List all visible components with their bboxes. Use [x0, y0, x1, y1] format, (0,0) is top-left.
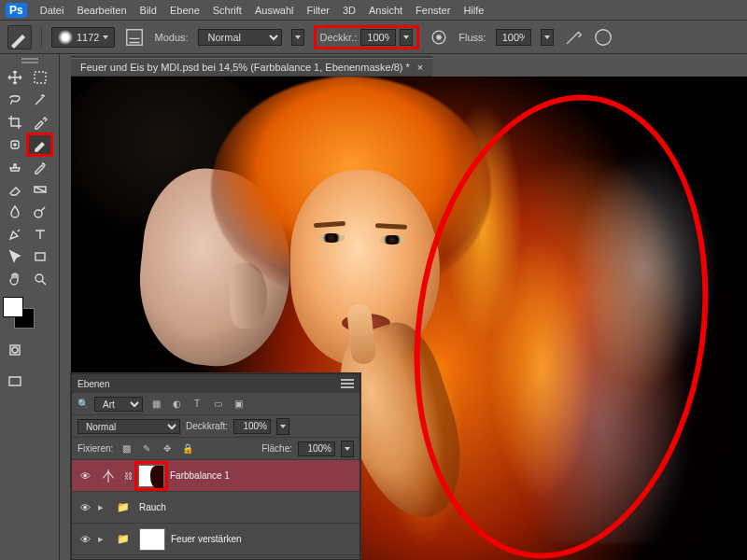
flow-dropdown[interactable]	[541, 29, 554, 46]
brush-size-value: 1172	[77, 32, 99, 43]
menu-3d[interactable]: 3D	[343, 5, 356, 16]
layer-row-farbbalance[interactable]: 👁 ⛓ Farbbalance 1	[72, 460, 359, 492]
flow-input[interactable]	[496, 29, 531, 46]
filter-adjust-icon[interactable]: ◐	[169, 397, 184, 412]
magic-wand-tool[interactable]	[28, 90, 51, 110]
document-tab-bar: Feuer und Eis by MDI.psd bei 14,5% (Farb…	[71, 56, 432, 77]
menu-file[interactable]: Datei	[40, 5, 64, 16]
lock-transparency-icon[interactable]: ▩	[119, 441, 134, 456]
folder-icon: 📁	[113, 497, 134, 518]
lock-all-icon[interactable]: 🔒	[180, 441, 195, 456]
layer-opacity-label: Deckkraft:	[186, 421, 228, 431]
filter-smart-icon[interactable]: ▣	[231, 397, 246, 412]
healing-brush-tool[interactable]	[3, 134, 26, 155]
layer-name: Feuer verstärken	[171, 534, 242, 544]
brush-tool[interactable]	[28, 134, 51, 155]
layer-mask-thumb[interactable]	[139, 528, 165, 551]
fill-label: Fläche:	[261, 443, 292, 454]
layer-mask-thumb[interactable]	[138, 465, 164, 487]
lock-paint-icon[interactable]: ✎	[139, 441, 154, 456]
disclosure-icon[interactable]: ▸	[98, 501, 107, 513]
layer-opacity-dropdown[interactable]	[276, 418, 289, 435]
folder-icon: 📁	[113, 529, 134, 550]
clone-stamp-tool[interactable]	[3, 157, 26, 177]
close-icon[interactable]: ×	[417, 62, 423, 73]
menu-window[interactable]: Fenster	[416, 5, 450, 16]
foreground-color-swatch[interactable]	[3, 297, 23, 317]
zoom-tool[interactable]	[28, 269, 51, 289]
svg-point-7	[35, 210, 42, 217]
dodge-tool[interactable]	[28, 202, 51, 222]
menu-layer[interactable]: Ebene	[170, 5, 200, 16]
menu-select[interactable]: Auswahl	[255, 5, 294, 16]
pen-tool[interactable]	[3, 224, 26, 245]
path-selection-tool[interactable]	[3, 246, 26, 267]
tools-panel	[0, 54, 60, 560]
eyedropper-tool[interactable]	[28, 112, 51, 133]
app-logo: Ps	[6, 3, 27, 18]
menu-image[interactable]: Bild	[140, 5, 157, 16]
hand-tool[interactable]	[3, 269, 26, 289]
blend-mode-select[interactable]: Normal	[198, 29, 282, 46]
pressure-size-icon[interactable]	[593, 27, 613, 48]
gradient-tool[interactable]	[28, 179, 51, 200]
lasso-tool[interactable]	[3, 90, 26, 110]
quick-mask-icon[interactable]	[3, 340, 26, 360]
opacity-label: Deckkr.:	[320, 32, 358, 43]
toolbar-grip-icon[interactable]	[21, 58, 38, 63]
mode-label: Modus:	[154, 32, 188, 43]
panel-menu-icon[interactable]	[341, 379, 354, 388]
document-tab[interactable]: Feuer und Eis by MDI.psd bei 14,5% (Farb…	[71, 58, 432, 76]
filter-type-icon[interactable]: T	[190, 397, 204, 412]
filter-pixel-icon[interactable]: ▦	[148, 397, 163, 412]
menu-help[interactable]: Hilfe	[463, 5, 484, 16]
menu-view[interactable]: Ansicht	[369, 5, 402, 16]
airbrush-icon[interactable]	[563, 27, 584, 48]
opacity-dropdown[interactable]	[400, 29, 413, 46]
layer-fill-dropdown[interactable]	[341, 441, 354, 457]
layer-name: Farbbalance 1	[170, 470, 230, 481]
pressure-opacity-icon[interactable]	[429, 27, 449, 48]
filter-kind-icon[interactable]: 🔍	[78, 399, 89, 409]
rectangle-tool[interactable]	[28, 246, 51, 267]
layer-blend-mode[interactable]: Normal	[78, 419, 180, 434]
move-tool[interactable]	[3, 67, 26, 88]
visibility-eye-icon[interactable]: 👁	[78, 502, 92, 513]
color-swatches[interactable]	[3, 297, 35, 329]
link-icon: ⛓	[124, 471, 133, 481]
brush-preset-picker[interactable]: 1172	[51, 27, 115, 48]
svg-rect-12	[9, 377, 21, 385]
svg-point-9	[35, 274, 43, 282]
blend-mode-step[interactable]	[291, 29, 304, 46]
brush-panel-toggle-icon[interactable]	[124, 27, 145, 48]
layer-name: Rauch	[139, 502, 166, 512]
visibility-eye-icon[interactable]: 👁	[78, 470, 92, 482]
svg-rect-4	[35, 72, 46, 83]
layers-panel-tab[interactable]: Ebenen	[78, 379, 109, 389]
color-balance-icon	[98, 466, 119, 486]
menu-filter[interactable]: Filter	[307, 5, 330, 16]
lock-position-icon[interactable]: ✥	[160, 441, 175, 456]
brush-preview-icon	[58, 30, 73, 45]
menu-type[interactable]: Schrift	[213, 5, 242, 16]
options-bar: 1172 Modus: Normal Deckkr.: Fluss:	[0, 21, 747, 54]
opacity-input[interactable]	[360, 29, 396, 46]
layer-filter-kind[interactable]: Art	[94, 397, 143, 412]
disclosure-icon[interactable]: ▸	[98, 533, 107, 545]
type-tool[interactable]	[28, 224, 51, 245]
tool-preset-picker[interactable]	[7, 25, 32, 49]
screen-mode-icon[interactable]	[3, 371, 26, 392]
layer-opacity-input[interactable]	[233, 419, 271, 434]
history-brush-tool[interactable]	[28, 157, 51, 177]
layer-row-rauch[interactable]: 👁 ▸ 📁 Rauch	[72, 492, 359, 524]
layer-row-feuer[interactable]: 👁 ▸ 📁 Feuer verstärken	[72, 524, 359, 555]
visibility-eye-icon[interactable]: 👁	[78, 534, 92, 545]
svg-point-3	[595, 29, 611, 45]
menu-edit[interactable]: Bearbeiten	[77, 5, 126, 16]
layer-fill-input[interactable]	[298, 441, 335, 456]
marquee-tool[interactable]	[28, 67, 51, 88]
blur-tool[interactable]	[3, 202, 26, 222]
filter-shape-icon[interactable]: ▭	[210, 397, 225, 412]
crop-tool[interactable]	[3, 112, 26, 133]
eraser-tool[interactable]	[3, 179, 26, 200]
